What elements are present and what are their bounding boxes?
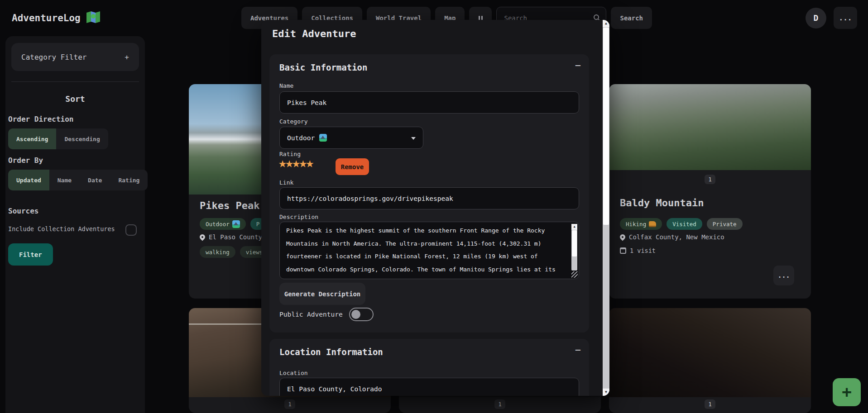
description-textarea[interactable]: Pikes Peak is the highest summit of the …: [279, 222, 579, 279]
nav-right-cluster: D ...: [806, 7, 857, 29]
modal-title: Edit Adventure: [272, 28, 356, 39]
category-filter-label: Category Filter: [21, 53, 87, 62]
order-by-date-button[interactable]: Date: [80, 170, 110, 190]
visit-count-badge: 1: [705, 399, 715, 409]
visited-badge: Visited: [667, 218, 702, 230]
map-logo-icon: [86, 11, 101, 25]
include-collection-checkbox[interactable]: [125, 224, 137, 236]
app-root: AdventureLog Adventures Collections Worl…: [0, 0, 868, 413]
modal-scrollbar[interactable]: ▲ ▼: [603, 20, 609, 396]
location-pin-icon: [199, 233, 206, 241]
card-title[interactable]: Pikes Peak: [200, 200, 259, 211]
location-label: Location: [279, 370, 308, 376]
visit-count-badge: 1: [284, 399, 295, 409]
sources-label: Sources: [8, 207, 38, 215]
baldy-mountain-photo: [609, 84, 811, 170]
category-filter-card[interactable]: Category Filter +: [11, 43, 139, 71]
national-park-emoji-icon: [319, 134, 327, 142]
collapse-section-button[interactable]: −: [575, 60, 581, 71]
description-text: Pikes Peak is the highest summit of the …: [286, 224, 568, 279]
privacy-badge: Private: [707, 218, 743, 230]
dunes-photo: [609, 308, 811, 397]
description-scrollbar-thumb[interactable]: [572, 230, 577, 256]
public-adventure-label: Public Adventure: [279, 311, 343, 318]
category-label: Category: [279, 118, 308, 125]
card-menu-button[interactable]: ...: [773, 266, 794, 285]
quotes-icon: [479, 16, 483, 20]
navbar-more-button[interactable]: ...: [834, 7, 857, 29]
location-pin-icon: [619, 233, 627, 241]
order-by-updated-button[interactable]: Updated: [8, 170, 49, 190]
name-field[interactable]: [279, 91, 579, 114]
card-badges: Hiking Visited Private: [620, 218, 743, 230]
card-visits: 1 visit: [630, 247, 656, 254]
adventure-card-baldy-mountain[interactable]: 1 Baldy Mountain Hiking Visited Private …: [609, 84, 811, 299]
include-collection-row: Include Collection Adventures: [8, 225, 141, 233]
order-by-label: Order By: [8, 156, 43, 165]
scroll-up-icon[interactable]: ▲: [571, 224, 577, 230]
order-by-group: Updated Name Date Rating: [8, 170, 148, 190]
resize-grip[interactable]: [571, 271, 578, 278]
remove-rating-button[interactable]: Remove: [336, 158, 369, 175]
card-badges: Outdoor P: [200, 218, 265, 230]
brand-title: AdventureLog: [12, 13, 81, 24]
order-ascending-button[interactable]: Ascending: [8, 128, 56, 149]
national-park-emoji-icon: [232, 220, 240, 228]
link-label: Link: [279, 179, 293, 186]
order-direction-label: Order Direction: [8, 115, 74, 123]
category-badge: Outdoor: [200, 218, 246, 230]
basic-information-section: Basic Information − Name Category Outdoo…: [269, 54, 589, 332]
rating-stars[interactable]: ★★★★★: [278, 155, 312, 171]
search-button[interactable]: Search: [611, 7, 652, 29]
order-descending-button[interactable]: Descending: [56, 128, 108, 149]
section-title: Location Information: [279, 347, 383, 357]
add-adventure-fab[interactable]: +: [833, 378, 861, 406]
edit-adventure-modal: Edit Adventure Basic Information − Name …: [261, 20, 609, 396]
scroll-down-icon[interactable]: ▼: [603, 389, 609, 396]
card-location: Colfax County, New Mexico: [629, 233, 724, 241]
collapse-section-button[interactable]: −: [575, 344, 581, 356]
sort-heading: Sort: [5, 94, 145, 104]
order-direction-group: Ascending Descending: [8, 128, 108, 149]
visit-count-badge: 1: [494, 399, 505, 409]
tag-badge: walking: [200, 246, 235, 258]
chevron-down-icon: [411, 137, 416, 140]
modal-scrollbar-thumb[interactable]: [603, 28, 609, 225]
public-adventure-row: Public Adventure: [279, 308, 374, 321]
filter-sidebar: Category Filter + Sort Order Direction A…: [5, 36, 145, 413]
adventure-card-dunes[interactable]: 1: [609, 308, 811, 413]
brand[interactable]: AdventureLog: [12, 11, 101, 25]
calendar-icon: [620, 247, 626, 254]
name-label: Name: [279, 82, 293, 89]
toggle-knob: [351, 310, 360, 319]
filter-button[interactable]: Filter: [8, 243, 53, 266]
avatar[interactable]: D: [806, 8, 826, 28]
visit-count-badge: 1: [705, 175, 715, 184]
order-by-name-button[interactable]: Name: [49, 170, 80, 190]
description-scrollbar[interactable]: ▲: [571, 224, 577, 271]
generate-description-button[interactable]: Generate Description: [279, 283, 365, 305]
location-field[interactable]: [279, 378, 579, 396]
category-value: Outdoor: [287, 134, 315, 142]
location-information-section: Location Information − Location: [269, 339, 589, 396]
include-collection-label: Include Collection Adventures: [8, 225, 115, 233]
sidebar-divider: [11, 81, 139, 82]
link-field[interactable]: [279, 187, 579, 209]
category-badge: Hiking: [620, 218, 662, 230]
card-title[interactable]: Baldy Mountain: [620, 197, 704, 209]
hiking-boot-emoji-icon: [649, 221, 656, 227]
section-title: Basic Information: [279, 62, 367, 72]
add-category-icon[interactable]: +: [125, 53, 129, 62]
card-location-row: Colfax County, New Mexico: [620, 233, 724, 241]
card-visits-row: 1 visit: [620, 247, 656, 254]
description-label: Description: [279, 214, 318, 220]
card-tags: walking views: [200, 246, 269, 258]
public-adventure-toggle[interactable]: [349, 308, 374, 321]
category-select[interactable]: Outdoor: [279, 127, 423, 149]
order-by-rating-button[interactable]: Rating: [110, 170, 148, 190]
